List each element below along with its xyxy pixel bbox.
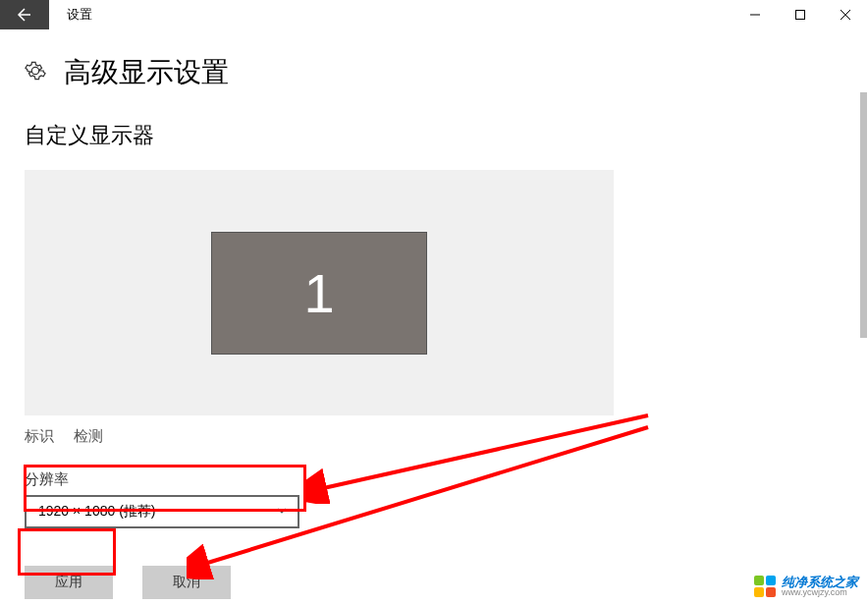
window-controls: [732, 0, 868, 29]
page-header: 高级显示设置: [25, 54, 868, 91]
content-area: 高级显示设置 自定义显示器 1 标识 检测 分辨率 1920 × 1080 (推…: [0, 29, 868, 599]
cancel-button[interactable]: 取消: [142, 566, 231, 599]
monitor-thumbnail-1[interactable]: 1: [211, 232, 427, 355]
maximize-icon: [795, 10, 805, 20]
minimize-icon: [750, 10, 760, 20]
identify-link[interactable]: 标识: [25, 427, 54, 446]
window-title: 设置: [49, 0, 732, 29]
title-bar: 设置: [0, 0, 868, 29]
watermark-text: 纯净系统之家 www.ycwjzy.com: [782, 576, 858, 597]
display-preview-area[interactable]: 1: [25, 170, 614, 415]
svg-rect-0: [796, 11, 805, 20]
back-arrow-icon: [17, 7, 32, 23]
watermark-sub-text: www.ycwjzy.com: [782, 588, 858, 597]
watermark-logo-icon: [754, 576, 776, 597]
display-links-row: 标识 检测: [25, 427, 868, 446]
resolution-dropdown[interactable]: 1920 × 1080 (推荐): [25, 495, 299, 528]
apply-button-label: 应用: [55, 574, 82, 591]
monitor-number: 1: [303, 261, 334, 325]
cancel-button-label: 取消: [173, 574, 200, 591]
watermark: 纯净系统之家 www.ycwjzy.com: [754, 576, 858, 597]
back-button[interactable]: [0, 0, 49, 29]
page-title: 高级显示设置: [64, 54, 229, 91]
apply-button[interactable]: 应用: [25, 566, 113, 599]
button-row: 应用 取消: [25, 566, 868, 599]
chevron-down-icon: [276, 503, 288, 521]
close-button[interactable]: [823, 0, 868, 29]
resolution-selected-value: 1920 × 1080 (推荐): [38, 503, 155, 521]
close-icon: [841, 10, 850, 20]
resolution-label: 分辨率: [25, 470, 868, 489]
vertical-scrollbar[interactable]: [860, 92, 867, 338]
maximize-button[interactable]: [778, 0, 823, 29]
detect-link[interactable]: 检测: [74, 427, 103, 446]
gear-icon: [25, 60, 46, 85]
minimize-button[interactable]: [732, 0, 778, 29]
section-title-customize: 自定义显示器: [25, 121, 868, 150]
